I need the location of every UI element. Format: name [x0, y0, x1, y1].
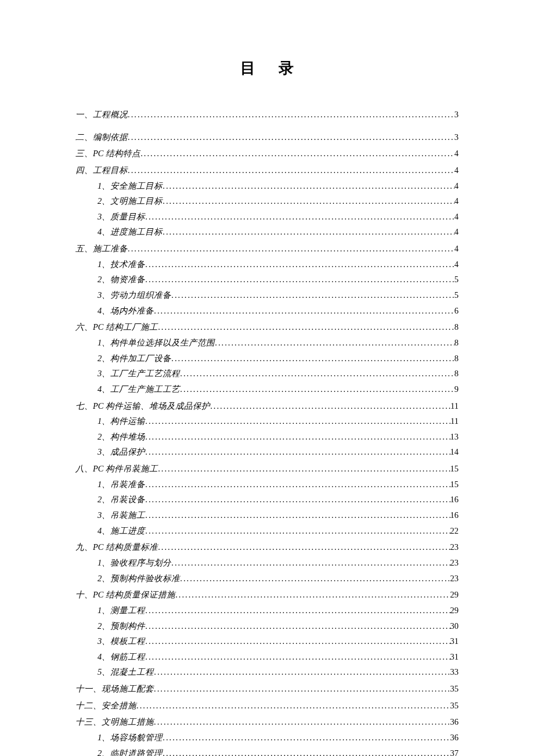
toc-entry: 2、预制构件验收标准23 [75, 571, 459, 586]
toc-entry: 1、构件单位选择以及生产范围8 [75, 336, 459, 350]
toc-label: 3、工厂生产工艺流程 [98, 366, 180, 381]
toc-label: 4、钢筋工程 [98, 650, 145, 664]
toc-leader-dots [163, 194, 454, 208]
toc-entry: 1、吊装准备15 [75, 477, 459, 492]
toc-entry: 四、工程目标 4 [75, 163, 459, 178]
toc-entry: 2、预制构件30 [75, 619, 459, 633]
toc-entry: 1、验收程序与划分23 [75, 556, 459, 570]
toc-label: 五、施工准备 [75, 242, 128, 256]
toc-label: 1、吊装准备 [98, 477, 145, 492]
toc-leader-dots [210, 399, 450, 413]
toc-entry: 六、PC 结构工厂施工 8 [75, 320, 459, 334]
toc-page-number: 11 [450, 399, 459, 413]
toc-label: 3、成品保护 [98, 445, 145, 459]
toc-entry: 一、工程概况 3 [75, 107, 459, 122]
toc-entry: 三、PC 结构特点 4 [75, 146, 459, 161]
toc-leader-dots [145, 603, 450, 618]
toc-label: 十一、现场施工配套 [75, 682, 154, 696]
toc-entry: 2、吊装设备16 [75, 492, 459, 507]
toc-leader-dots [128, 107, 454, 122]
toc-leader-dots [171, 351, 454, 366]
toc-page-number: 31 [450, 650, 459, 664]
toc-entry: 3、成品保护14 [75, 445, 459, 459]
toc-label: 1、验收程序与划分 [98, 556, 171, 570]
toc-entry: 4、钢筋工程31 [75, 650, 459, 664]
toc-page-number: 4 [454, 194, 459, 208]
toc-leader-dots [140, 146, 454, 161]
toc-leader-dots [158, 462, 450, 476]
toc-entry: 2、构件堆场13 [75, 430, 459, 444]
toc-page-number: 14 [450, 445, 459, 459]
toc-leader-dots [145, 492, 450, 507]
toc-entry: 1、测量工程29 [75, 603, 459, 618]
toc-leader-dots [163, 730, 450, 745]
toc-label: 1、场容场貌管理 [98, 730, 163, 745]
toc-entry: 九、PC 结构质量标准 23 [75, 540, 459, 555]
toc-label: 十、PC 结构质量保证措施 [75, 588, 175, 602]
toc-page-number: 15 [450, 462, 459, 476]
toc-label: 十二、安全措施 [75, 699, 136, 713]
toc-label: 三、PC 结构特点 [75, 146, 140, 161]
toc-label: 六、PC 结构工厂施工 [75, 320, 158, 334]
toc-label: 2、预制构件 [98, 619, 145, 633]
toc-leader-dots [180, 571, 450, 586]
toc-label: 4、场内外准备 [98, 304, 154, 318]
toc-label: 八、PC 构件吊装施工 [75, 462, 158, 476]
toc-leader-dots [154, 665, 450, 679]
toc-entry: 3、吊装施工16 [75, 508, 459, 523]
toc-entry: 2、物资准备5 [75, 272, 459, 287]
toc-page-number: 35 [450, 699, 459, 713]
toc-entry: 十、PC 结构质量保证措施 29 [75, 588, 459, 602]
toc-leader-dots [180, 366, 454, 381]
toc-entry: 十二、安全措施 35 [75, 699, 459, 713]
toc-entry: 八、PC 构件吊装施工 15 [75, 462, 459, 476]
table-of-contents: 一、工程概况 3二、编制依据 3三、PC 结构特点 4四、工程目标 41、安全施… [75, 107, 459, 756]
toc-page-number: 13 [450, 430, 459, 444]
toc-leader-dots [158, 540, 450, 555]
toc-page-number: 4 [454, 163, 459, 178]
toc-page-number: 3 [454, 107, 459, 122]
toc-entry: 2、文明施工目标4 [75, 194, 459, 208]
toc-entry: 二、编制依据 3 [75, 130, 459, 145]
toc-label: 2、文明施工目标 [98, 194, 163, 208]
toc-page-number: 16 [450, 492, 459, 507]
toc-leader-dots [163, 225, 454, 239]
toc-leader-dots [128, 130, 454, 145]
toc-label: 2、吊装设备 [98, 492, 145, 507]
toc-leader-dots [180, 382, 454, 397]
toc-label: 1、技术准备 [98, 257, 145, 272]
toc-leader-dots [145, 477, 450, 492]
toc-leader-dots [145, 619, 450, 633]
toc-entry: 2、构件加工厂设备8 [75, 351, 459, 366]
toc-entry: 十三、文明施工措施 36 [75, 715, 459, 729]
toc-page-number: 4 [454, 242, 459, 256]
toc-page-number: 8 [454, 320, 459, 334]
toc-label: 3、质量目标 [98, 210, 145, 224]
toc-leader-dots [145, 508, 450, 523]
toc-label: 2、构件加工厂设备 [98, 351, 171, 366]
toc-entry: 5、混凝土工程33 [75, 665, 459, 679]
toc-leader-dots [175, 588, 450, 602]
toc-leader-dots [145, 445, 450, 459]
toc-entry: 1、构件运输11 [75, 414, 459, 429]
toc-entry: 七、PC 构件运输、堆场及成品保护 11 [75, 399, 459, 413]
toc-label: 5、混凝土工程 [98, 665, 154, 679]
toc-leader-dots [171, 288, 454, 303]
toc-entry: 1、技术准备4 [75, 257, 459, 272]
toc-page-number: 29 [450, 588, 459, 602]
toc-leader-dots [154, 715, 450, 729]
toc-page-number: 36 [450, 715, 459, 729]
toc-entry: 3、劳动力组织准备5 [75, 288, 459, 303]
toc-leader-dots [128, 242, 454, 256]
toc-label: 4、工厂生产施工工艺 [98, 382, 180, 397]
toc-label: 4、施工进度 [98, 524, 145, 538]
toc-page-number: 31 [450, 634, 459, 649]
toc-page-number: 23 [450, 540, 459, 555]
toc-label: 七、PC 构件运输、堆场及成品保护 [75, 399, 210, 413]
toc-leader-dots [145, 414, 450, 429]
toc-label: 2、临时道路管理 [98, 746, 163, 756]
toc-leader-dots [158, 320, 454, 334]
toc-page-number: 36 [450, 730, 459, 745]
toc-label: 二、编制依据 [75, 130, 128, 145]
toc-page-number: 15 [450, 477, 459, 492]
